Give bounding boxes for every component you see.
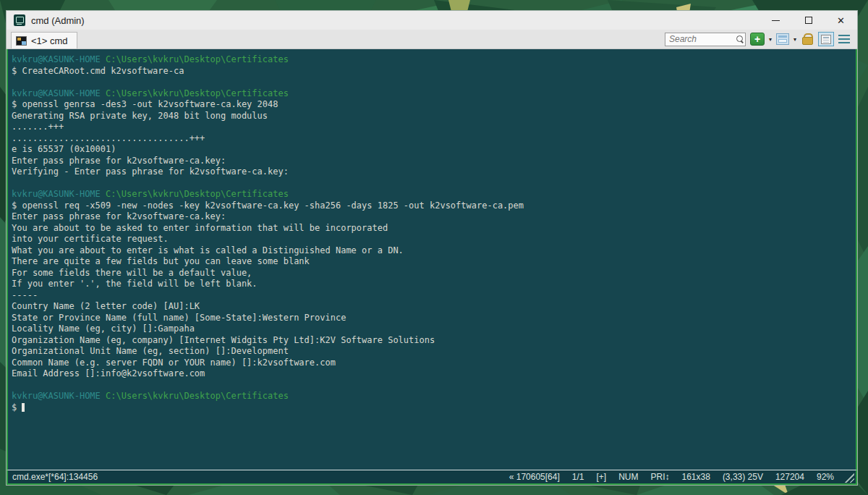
status-item: PRI↕ [650,472,669,482]
view-list-button[interactable] [818,32,834,46]
maximize-button[interactable] [792,11,825,30]
close-icon: ✕ [837,16,845,25]
status-bar: cmd.exe*[*64]:134456 « 170605[64]1/1[+]N… [7,470,857,485]
terminal-line: State or Province Name (full name) [Some… [12,313,856,324]
status-indicators: « 170605[64]1/1[+]NUMPRI↕161x38(3,33) 25… [509,472,834,482]
terminal-line: Country Name (2 letter code) [AU]:LK [12,301,856,313]
terminal-line: Verifying - Enter pass phrase for k2vsof… [12,166,856,178]
tab-label: <1> cmd [31,35,68,46]
terminal-line: kvkru@KASUNK-HOME C:\Users\kvkru\Desktop… [12,54,856,66]
plus-icon: + [754,34,760,44]
terminal-line: For some fields there will be a default … [12,268,856,279]
terminal-line: Common Name (e.g. server FQDN or YOUR na… [12,358,856,369]
terminal-line: $ openssl req -x509 -new -nodes -key k2v… [12,200,856,212]
cmd-window-icon [16,36,27,46]
status-item: NUM [618,472,638,482]
console-area[interactable]: kvkru@KASUNK-HOME C:\Users\kvkru\Desktop… [7,49,857,470]
terminal-line: $ [12,402,856,414]
terminal-line: ----- [12,290,856,302]
window-title: cmd (Admin) [31,15,85,26]
maximize-icon [805,17,812,24]
terminal-line: What you are about to enter is what is c… [12,245,856,257]
title-bar[interactable]: cmd (Admin) ✕ [7,11,857,30]
resize-grip[interactable] [843,472,854,483]
terminal-line: Organization Name (eg, company) [Interne… [12,335,856,347]
terminal-line: e is 65537 (0x10001) [12,144,856,156]
menu-icon[interactable] [838,35,850,43]
terminal-line: kvkru@KASUNK-HOME C:\Users\kvkru\Desktop… [12,391,856,402]
terminal-line: Enter pass phrase for k2vsoftware-ca.key… [12,156,856,167]
status-item: [+] [596,472,606,482]
terminal-line: into your certificate request. [12,234,856,245]
search-icon [736,35,743,42]
terminal-line: kvkru@KASUNK-HOME C:\Users\kvkru\Desktop… [12,189,856,200]
terminal-line: ..................................+++ [12,133,856,145]
terminal-line: Organizational Unit Name (eg, section) [… [12,346,856,358]
status-item: « 170605[64] [509,472,560,482]
terminal-output: kvkru@KASUNK-HOME C:\Users\kvkru\Desktop… [8,49,856,413]
minimize-icon [772,20,780,21]
terminal-line: There are quite a few fields but you can… [12,256,856,268]
status-item: (3,33) 25V [723,472,763,482]
terminal-line: kvkru@KASUNK-HOME C:\Users\kvkru\Desktop… [12,88,856,100]
conemu-window: cmd (Admin) ✕ <1> cmd + ▾ ▾ kvkru@KASUNK… [6,10,858,486]
status-process: cmd.exe*[*64]:134456 [12,472,98,482]
terminal-line: You are about to be asked to enter infor… [12,223,856,234]
new-console-button[interactable]: + [750,33,765,46]
terminal-line: Locality Name (eg, city) []:Gampaha [12,323,856,335]
conemu-app-icon [14,14,25,26]
lock-icon[interactable] [802,33,812,45]
view-list-icon [821,35,831,44]
toolbar: + ▾ ▾ [665,32,857,48]
status-item: 92% [817,472,834,482]
terminal-line: .......+++ [12,122,856,133]
minimize-button[interactable] [760,11,792,30]
status-item: 161x38 [682,472,710,482]
text-cursor [22,403,25,412]
window-controls: ✕ [760,11,857,30]
window-mode-dropdown[interactable]: ▾ [793,36,796,43]
terminal-line [12,380,856,392]
terminal-line [12,178,856,190]
window-mode-button[interactable] [776,33,789,45]
close-button[interactable]: ✕ [825,11,857,30]
terminal-line [12,77,856,88]
search-input[interactable] [665,34,729,44]
search-box [665,33,746,46]
terminal-line: $ CreateCARoot.cmd k2vsoftware-ca [12,66,856,77]
terminal-line: If you enter '.', the field will be left… [12,279,856,290]
tab-cmd[interactable]: <1> cmd [11,32,77,48]
status-item: 127204 [775,472,804,482]
terminal-line: Email Address []:info@k2vsoftware.com [12,368,856,380]
new-console-dropdown[interactable]: ▾ [769,36,772,43]
terminal-line: Enter pass phrase for k2vsoftware-ca.key… [12,211,856,223]
terminal-line: $ openssl genrsa -des3 -out k2vsoftware-… [12,99,856,111]
tab-bar: <1> cmd + ▾ ▾ [7,30,857,49]
status-item: 1/1 [572,472,584,482]
terminal-line: Generating RSA private key, 2048 bit lon… [12,111,856,122]
